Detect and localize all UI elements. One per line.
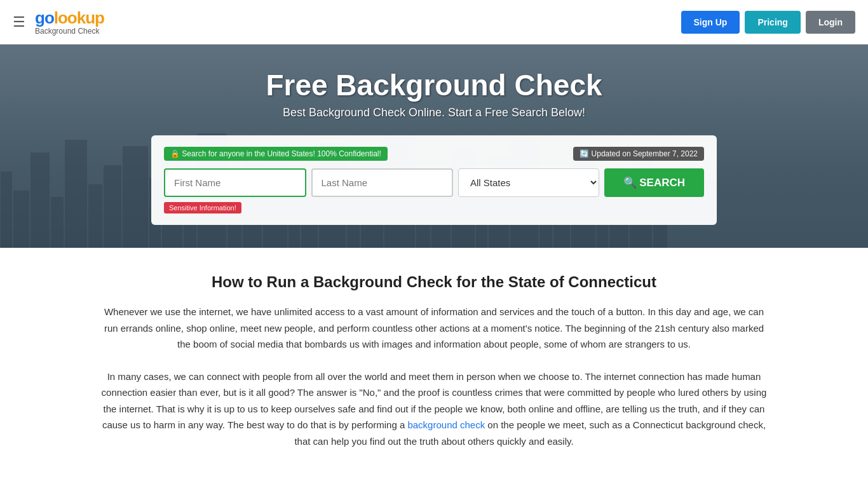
header-left: ☰ golookup Background Check [13,8,104,36]
content-para-1: Whenever we use the internet, we have un… [97,304,771,353]
login-button[interactable]: Login [806,11,855,34]
hero-subtitle: Best Background Check Online. Start a Fr… [0,106,868,119]
confidential-badge: 🔒 Search for anyone in the United States… [164,147,388,161]
sensitive-badge: Sensitive Information! [164,202,241,214]
updated-badge: 🔄 Updated on September 7, 2022 [573,147,704,161]
search-box: 🔒 Search for anyone in the United States… [151,135,717,225]
logo-subtitle: Background Check [35,27,99,36]
logo-text: golookup [35,8,104,28]
search-top-bar: 🔒 Search for anyone in the United States… [164,147,704,161]
hamburger-icon[interactable]: ☰ [13,14,25,30]
first-name-input[interactable] [164,168,306,197]
hero-content: Free Background Check Best Background Ch… [0,68,868,225]
search-button[interactable]: 🔍 SEARCH [604,168,705,197]
search-fields: All States Alabama Alaska Arizona Arkans… [164,168,704,197]
background-check-link[interactable]: background check [407,419,485,430]
state-select[interactable]: All States Alabama Alaska Arizona Arkans… [458,168,599,197]
last-name-input[interactable] [311,168,454,197]
pricing-button[interactable]: Pricing [745,11,800,34]
hero-title: Free Background Check [0,68,868,102]
header-nav: Sign Up Pricing Login [681,11,855,34]
hero-section: Free Background Check Best Background Ch… [0,44,868,248]
content-section: How to Run a Background Check for the St… [85,248,783,488]
logo-go: go [35,8,54,27]
logo-lookup: lookup [54,8,104,27]
logo[interactable]: golookup Background Check [35,8,104,36]
signup-button[interactable]: Sign Up [681,11,740,34]
content-title: How to Run a Background Check for the St… [97,273,771,291]
content-para-2: In many cases, we can connect with peopl… [97,369,771,450]
site-header: ☰ golookup Background Check Sign Up Pric… [0,0,868,44]
